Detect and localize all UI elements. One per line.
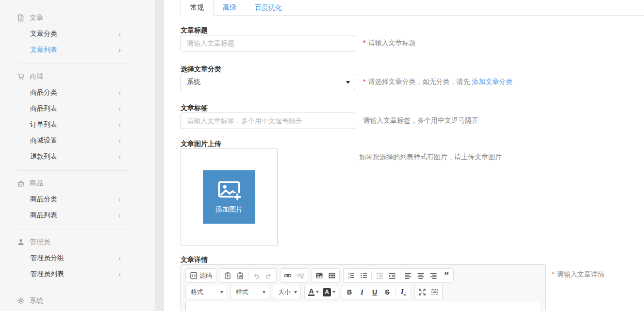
form-row-image: 文章图片上传 添加图片 bbox=[181, 139, 644, 246]
sidebar-header-label: 文章 bbox=[30, 14, 43, 22]
tab-general[interactable]: 常规 bbox=[181, 0, 214, 16]
align-center-button[interactable] bbox=[414, 269, 427, 282]
chevron-right-icon: › bbox=[118, 211, 129, 219]
text-color-button[interactable]: A bbox=[306, 286, 321, 298]
title-input[interactable] bbox=[181, 35, 355, 51]
outdent-button[interactable] bbox=[373, 269, 386, 282]
bg-color-icon: A bbox=[323, 288, 331, 296]
sidebar-item-mall-goods-category[interactable]: 商品分类 › bbox=[17, 84, 129, 100]
source-code-icon bbox=[190, 272, 198, 279]
category-label: 选择文章分类 bbox=[181, 64, 644, 74]
insert-image-button[interactable] bbox=[313, 269, 326, 282]
sidebar-header-system[interactable]: 系统 bbox=[17, 293, 129, 309]
sidebar-item-refund-list[interactable]: 退款列表 › bbox=[17, 148, 129, 164]
format-combo[interactable]: 格式 bbox=[185, 285, 227, 299]
tags-input[interactable] bbox=[181, 113, 355, 129]
align-right-icon bbox=[429, 272, 437, 279]
sidebar-item-article-list[interactable]: 文章列表 › bbox=[17, 42, 129, 58]
required-mark: * bbox=[552, 270, 554, 278]
sidebar-header-goods[interactable]: 商品 bbox=[17, 176, 129, 191]
image-plus-icon bbox=[217, 180, 241, 202]
align-left-button[interactable] bbox=[402, 269, 414, 282]
tab-bar: 常规 高级 百度优化 bbox=[181, 0, 644, 16]
caret-down-icon bbox=[332, 291, 335, 293]
bold-button[interactable]: B bbox=[343, 286, 356, 298]
title-hint: *请输入文章标题 bbox=[363, 39, 415, 48]
sidebar-item-order-list[interactable]: 订单列表 › bbox=[17, 116, 129, 132]
blockquote-icon: ” bbox=[444, 273, 448, 278]
form-row-category: 选择文章分类 系统 *请选择文章分类，如无分类，请先 添加文章分类 bbox=[181, 64, 644, 90]
redo-button[interactable] bbox=[263, 269, 275, 282]
mall-cart-icon bbox=[17, 73, 25, 81]
link-icon bbox=[284, 272, 292, 279]
chevron-right-icon: › bbox=[118, 195, 129, 203]
tags-hint: 请输入文章标签，多个用中文逗号隔开 bbox=[363, 116, 479, 125]
indent-button[interactable] bbox=[386, 269, 398, 282]
unlink-icon bbox=[297, 272, 304, 279]
paste-text-button[interactable]: T bbox=[221, 269, 234, 282]
sidebar-header-article[interactable]: 文章 bbox=[17, 10, 129, 26]
image-hint: 如果您选择的列表样式有图片，请上传文章图片 bbox=[359, 148, 502, 162]
sidebar-section-mall: 商城 商品分类 › 商品列表 › 订单列表 › 商城设置 › 退款列表 › bbox=[17, 64, 129, 170]
style-combo[interactable]: 样式 bbox=[231, 285, 269, 299]
sidebar-item-mall-goods-list[interactable]: 商品列表 › bbox=[17, 100, 129, 116]
source-button[interactable]: 源码 bbox=[187, 269, 215, 282]
editor-content-area[interactable] bbox=[185, 302, 541, 311]
sidebar-scrollbar[interactable] bbox=[155, 0, 164, 311]
required-mark: * bbox=[363, 78, 365, 85]
maximize-button[interactable] bbox=[416, 286, 429, 298]
underline-button[interactable]: U bbox=[368, 286, 381, 298]
sidebar-header-admin[interactable]: 管理员 bbox=[17, 234, 129, 250]
required-mark: * bbox=[363, 39, 365, 47]
tab-advanced[interactable]: 高级 bbox=[214, 0, 246, 16]
outdent-icon bbox=[376, 272, 383, 279]
unlink-button[interactable] bbox=[294, 269, 307, 282]
sidebar-section-admin: 管理员 管理员分组 › 管理员列表 › bbox=[17, 229, 129, 288]
main-panel: 常规 高级 百度优化 文章标题 *请输入文章标题 选择文章分类 系统 bbox=[164, 0, 644, 311]
sidebar-item-admin-list[interactable]: 管理员列表 › bbox=[17, 266, 129, 282]
sidebar-item-admin-group[interactable]: 管理员分组 › bbox=[17, 250, 129, 266]
title-label: 文章标题 bbox=[181, 25, 644, 35]
tab-baidu-seo[interactable]: 百度优化 bbox=[246, 0, 291, 16]
svg-text:W: W bbox=[238, 275, 242, 278]
form-row-title: 文章标题 *请输入文章标题 bbox=[181, 25, 644, 51]
align-right-button[interactable] bbox=[427, 269, 440, 282]
chevron-right-icon: › bbox=[118, 120, 129, 129]
sidebar-item-goods-category[interactable]: 商品分类 › bbox=[17, 191, 129, 207]
system-gear-icon bbox=[17, 297, 25, 305]
size-combo[interactable]: 大小 bbox=[273, 285, 301, 299]
remove-format-button[interactable]: Ix bbox=[397, 286, 410, 298]
add-image-button[interactable]: 添加图片 bbox=[203, 170, 255, 224]
bg-color-button[interactable]: A bbox=[321, 286, 337, 298]
insert-table-button[interactable] bbox=[326, 269, 338, 282]
bullet-list-button[interactable] bbox=[357, 269, 370, 282]
bullet-list-icon bbox=[360, 272, 367, 279]
show-blocks-button[interactable] bbox=[429, 286, 441, 298]
form-row-detail: 文章详情 源码 T bbox=[181, 255, 644, 311]
link-button[interactable] bbox=[281, 269, 294, 282]
italic-button[interactable]: I bbox=[356, 286, 368, 298]
sidebar-header-label: 商城 bbox=[30, 72, 43, 81]
sidebar-item-mall-settings[interactable]: 商城设置 › bbox=[17, 132, 129, 148]
sidebar-item-goods-list[interactable]: 商品列表 › bbox=[17, 207, 129, 223]
chevron-right-icon: › bbox=[118, 152, 129, 161]
redo-icon bbox=[265, 272, 273, 279]
combo-caret-icon bbox=[217, 285, 227, 299]
sidebar-item-article-category[interactable]: 文章分类 › bbox=[17, 26, 129, 42]
add-category-link[interactable]: 添加文章分类 bbox=[472, 78, 512, 85]
tags-label: 文章标签 bbox=[181, 103, 644, 113]
sidebar-header-label: 系统 bbox=[30, 296, 43, 305]
sidebar-item-basic-info[interactable]: 基本信息 › bbox=[17, 309, 129, 311]
combo-caret-icon bbox=[291, 285, 300, 299]
category-select[interactable]: 系统 bbox=[181, 74, 355, 90]
image-icon bbox=[315, 272, 323, 279]
image-upload-box[interactable]: 添加图片 bbox=[181, 148, 278, 246]
undo-button[interactable] bbox=[250, 269, 263, 282]
paste-word-button[interactable]: W bbox=[234, 269, 247, 282]
blockquote-button[interactable]: ” bbox=[440, 269, 452, 282]
chevron-right-icon: › bbox=[118, 270, 129, 278]
ordered-list-button[interactable]: 12 bbox=[345, 269, 357, 282]
sidebar-header-mall[interactable]: 商城 bbox=[17, 69, 129, 84]
strikethrough-button[interactable]: S bbox=[381, 286, 394, 298]
svg-text:1: 1 bbox=[348, 272, 350, 275]
